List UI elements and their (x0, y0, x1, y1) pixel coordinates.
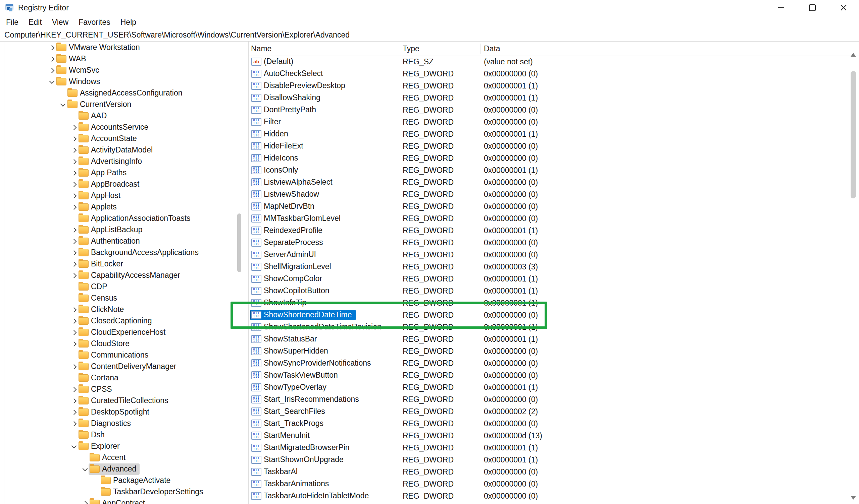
column-header-data[interactable]: Data (481, 44, 859, 53)
registry-value-row[interactable]: IconsOnlyREG_DWORD0x00000001 (1) (249, 164, 849, 176)
tree-item-accountsservice[interactable]: AccountsService (0, 122, 248, 133)
tree-item-advanced[interactable]: Advanced (0, 463, 248, 475)
registry-value-row[interactable]: Start_TrackProgsREG_DWORD0x00000000 (0) (249, 418, 849, 430)
registry-value-row[interactable]: ShowShortenedDateTimeREG_DWORD0x00000000… (249, 309, 849, 321)
header-separator[interactable] (481, 44, 481, 53)
chevron-right-icon[interactable] (69, 365, 78, 368)
registry-value-row[interactable]: TaskbarAnimationsREG_DWORD0x00000000 (0) (249, 478, 849, 490)
tree-item-advertisinginfo[interactable]: AdvertisingInfo (0, 156, 248, 167)
tree-item-clicknote[interactable]: ClickNote (0, 304, 248, 315)
chevron-down-icon[interactable] (47, 81, 56, 83)
chevron-right-icon[interactable] (69, 126, 78, 129)
tree-item-applicationassociationtoasts[interactable]: ApplicationAssociationToasts (0, 213, 248, 224)
chevron-right-icon[interactable] (69, 342, 78, 346)
registry-value-row[interactable]: ReindexedProfileREG_DWORD0x00000001 (1) (249, 224, 849, 237)
list-scrollbar-thumb[interactable] (850, 71, 856, 199)
tree-item-contentdeliverymanager[interactable]: ContentDeliveryManager (0, 361, 248, 372)
registry-value-row[interactable]: ListviewAlphaSelectREG_DWORD0x00000000 (… (249, 176, 849, 188)
maximize-button[interactable] (797, 0, 828, 15)
tree-item-app-paths[interactable]: App Paths (0, 167, 248, 178)
chevron-right-icon[interactable] (69, 205, 78, 209)
tree-item-apphost[interactable]: AppHost (0, 190, 248, 201)
close-button[interactable] (828, 0, 859, 15)
registry-value-row[interactable]: MapNetDrvBtnREG_DWORD0x00000000 (0) (249, 200, 849, 212)
registry-value-row[interactable]: TaskbarAlREG_DWORD0x00000000 (0) (249, 466, 849, 478)
tree-item-cdp[interactable]: CDP (0, 281, 248, 293)
tree-item-capabilityaccessmanager[interactable]: CapabilityAccessManager (0, 270, 248, 281)
registry-value-row[interactable]: ShowTypeOverlayREG_DWORD0x00000001 (1) (249, 381, 849, 393)
tree-item-cloudstore[interactable]: CloudStore (0, 338, 248, 349)
tree-item-curatedtilecollections[interactable]: CuratedTileCollections (0, 395, 248, 407)
chevron-right-icon[interactable] (69, 148, 78, 152)
menu-file[interactable]: File (1, 15, 24, 29)
chevron-right-icon[interactable] (69, 388, 78, 391)
scroll-up-button[interactable] (849, 50, 858, 60)
menu-favorites[interactable]: Favorites (74, 15, 116, 29)
address-bar[interactable]: Computer\HKEY_CURRENT_USER\Software\Micr… (0, 29, 859, 42)
chevron-right-icon[interactable] (69, 137, 78, 141)
registry-value-row[interactable]: DontPrettyPathREG_DWORD0x00000000 (0) (249, 104, 849, 116)
registry-value-row[interactable]: ShowSuperHiddenREG_DWORD0x00000000 (0) (249, 345, 849, 357)
chevron-right-icon[interactable] (69, 228, 78, 232)
registry-value-row[interactable]: TaskbarAutoHideInTabletModeREG_DWORD0x00… (249, 490, 849, 502)
registry-value-row[interactable]: FilterREG_DWORD0x00000000 (0) (249, 116, 849, 128)
registry-value-row[interactable]: ShowShortenedDateTimeRevisionREG_DWORD0x… (249, 321, 849, 333)
tree-item-windows[interactable]: Windows (0, 76, 248, 88)
chevron-right-icon[interactable] (47, 46, 56, 50)
chevron-right-icon[interactable] (47, 69, 56, 73)
registry-value-row[interactable]: ShellMigrationLevelREG_DWORD0x00000003 (… (249, 261, 849, 273)
chevron-right-icon[interactable] (69, 171, 78, 175)
registry-value-row[interactable]: ShowInfoTipREG_DWORD0x00000001 (1) (249, 297, 849, 309)
tree-item-currentversion[interactable]: CurrentVersion (0, 99, 248, 110)
chevron-right-icon[interactable] (69, 274, 78, 278)
registry-value-row[interactable]: ShowCompColorREG_DWORD0x00000001 (1) (249, 273, 849, 285)
tree-scrollbar-thumb[interactable] (237, 214, 241, 272)
chevron-right-icon[interactable] (69, 399, 78, 403)
registry-value-row[interactable]: StartMenuInitREG_DWORD0x0000000d (13) (249, 430, 849, 442)
registry-value-row[interactable]: ShowStatusBarREG_DWORD0x00000001 (1) (249, 333, 849, 345)
tree-item-wab[interactable]: WAB (0, 53, 248, 65)
tree-item-explorer[interactable]: Explorer (0, 441, 248, 452)
registry-value-row[interactable]: SeparateProcessREG_DWORD0x00000000 (0) (249, 237, 849, 249)
registry-value-row[interactable]: ServerAdminUIREG_DWORD0x00000000 (0) (249, 249, 849, 261)
registry-value-row[interactable]: AutoCheckSelectREG_DWORD0x00000000 (0) (249, 68, 849, 80)
tree-item-vmware-workstation[interactable]: VMware Workstation (0, 42, 248, 53)
tree-item-diagnostics[interactable]: Diagnostics (0, 418, 248, 429)
chevron-right-icon[interactable] (69, 422, 78, 426)
menu-help[interactable]: Help (116, 15, 141, 29)
tree-item-aad[interactable]: AAD (0, 110, 248, 122)
tree-item-appbroadcast[interactable]: AppBroadcast (0, 178, 248, 190)
tree-item-bitlocker[interactable]: BitLocker (0, 258, 248, 270)
registry-value-row[interactable]: ShowCopilotButtonREG_DWORD0x00000001 (1) (249, 285, 849, 297)
scroll-down-button[interactable] (849, 493, 858, 503)
menu-view[interactable]: View (47, 15, 74, 29)
chevron-right-icon[interactable] (69, 410, 78, 414)
tree-item-applistbackup[interactable]: AppListBackup (0, 224, 248, 236)
chevron-right-icon[interactable] (69, 263, 78, 266)
tree-item-census[interactable]: Census (0, 293, 248, 304)
tree-item-activitydatamodel[interactable]: ActivityDataModel (0, 144, 248, 156)
chevron-right-icon[interactable] (69, 308, 78, 312)
registry-value-row[interactable]: HiddenREG_DWORD0x00000001 (1) (249, 128, 849, 140)
minimize-button[interactable] (765, 0, 797, 15)
chevron-right-icon[interactable] (69, 251, 78, 255)
tree-item-accountstate[interactable]: AccountState (0, 133, 248, 144)
registry-value-row[interactable]: Start_IrisRecommendationsREG_DWORD0x0000… (249, 393, 849, 406)
column-header-name[interactable]: Name (249, 44, 400, 53)
tree-item-cpss[interactable]: CPSS (0, 384, 248, 395)
tree-item-wcmsvc[interactable]: WcmSvc (0, 65, 248, 76)
chevron-right-icon[interactable] (69, 319, 78, 323)
registry-value-row[interactable]: DisallowShakingREG_DWORD0x00000001 (1) (249, 92, 849, 104)
chevron-right-icon[interactable] (69, 160, 78, 163)
chevron-down-icon[interactable] (69, 445, 78, 448)
list-scrollbar[interactable] (849, 50, 858, 503)
header-separator[interactable] (400, 44, 400, 53)
tree-item-taskbardevelopersettings[interactable]: TaskbarDeveloperSettings (0, 486, 248, 498)
registry-value-row[interactable]: Start_SearchFilesREG_DWORD0x00000002 (2) (249, 406, 849, 418)
registry-value-row[interactable]: ListviewShadowREG_DWORD0x00000000 (0) (249, 188, 849, 200)
chevron-down-icon[interactable] (80, 468, 90, 471)
registry-value-row[interactable]: MMTaskbarGlomLevelREG_DWORD0x00000000 (0… (249, 212, 849, 224)
tree-item-packageactivate[interactable]: PackageActivate (0, 475, 248, 486)
registry-value-row[interactable]: ShowTaskViewButtonREG_DWORD0x00000000 (0… (249, 369, 849, 381)
registry-value-row[interactable]: HideFileExtREG_DWORD0x00000000 (0) (249, 140, 849, 152)
